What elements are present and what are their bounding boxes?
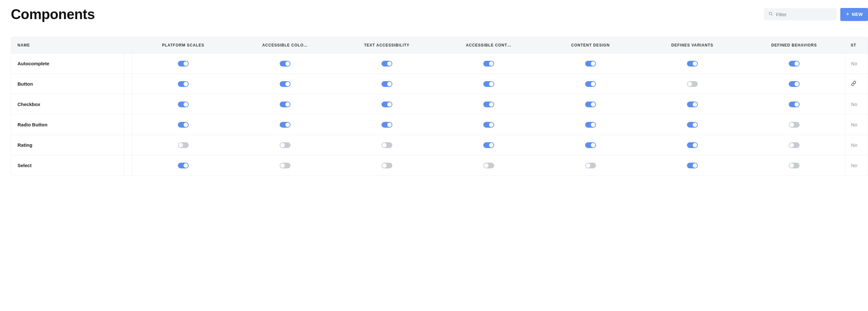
cell-content_design bbox=[540, 135, 642, 155]
cell-content_design bbox=[540, 94, 642, 114]
cell-accessible_color bbox=[234, 94, 336, 114]
table-row[interactable]: SelectNo bbox=[11, 155, 868, 176]
toggle-platform_scales[interactable] bbox=[178, 142, 189, 148]
cell-defined_behaviors bbox=[743, 135, 845, 155]
toggle-platform_scales[interactable] bbox=[178, 101, 189, 107]
table-row[interactable]: Radio ButtonNo bbox=[11, 114, 868, 135]
cell-platform_scales bbox=[132, 94, 234, 114]
cell-accessible_color bbox=[234, 135, 336, 155]
toggle-content_design[interactable] bbox=[585, 61, 596, 66]
table-row[interactable]: RatingNo bbox=[11, 135, 868, 155]
cell-accessible_color bbox=[234, 114, 336, 135]
filter-input[interactable] bbox=[776, 12, 837, 17]
col-accessible-content[interactable]: ACCESSIBLE CONT… bbox=[438, 37, 540, 54]
toggle-accessible_content[interactable] bbox=[483, 81, 494, 87]
cell-accessible_color bbox=[234, 73, 336, 94]
toggle-accessible_color[interactable] bbox=[280, 122, 290, 128]
toggle-content_design[interactable] bbox=[585, 142, 596, 148]
status-cell: No bbox=[845, 155, 868, 176]
toggle-text_accessibility[interactable] bbox=[381, 61, 392, 66]
drag-handle[interactable] bbox=[124, 54, 132, 73]
toggle-text_accessibility[interactable] bbox=[381, 163, 392, 168]
toggle-content_design[interactable] bbox=[585, 163, 596, 168]
toggle-accessible_color[interactable] bbox=[280, 142, 290, 148]
component-name[interactable]: Checkbox bbox=[11, 94, 124, 114]
toggle-defined_behaviors[interactable] bbox=[789, 142, 800, 148]
toggle-platform_scales[interactable] bbox=[178, 122, 189, 128]
cell-accessible_content bbox=[438, 135, 540, 155]
cell-accessible_content bbox=[438, 155, 540, 176]
new-button[interactable]: NEW bbox=[840, 8, 868, 21]
toggle-accessible_content[interactable] bbox=[483, 61, 494, 66]
components-table: NAME PLATFORM SCALES ACCESSIBLE COLO… TE… bbox=[11, 37, 868, 176]
toggle-accessible_content[interactable] bbox=[483, 142, 494, 148]
toggle-platform_scales[interactable] bbox=[178, 163, 189, 168]
col-defines-variants[interactable]: DEFINES VARIANTS bbox=[642, 37, 743, 54]
toggle-defined_behaviors[interactable] bbox=[789, 101, 800, 107]
table-row[interactable]: CheckboxNo bbox=[11, 94, 868, 114]
col-defined-behaviors[interactable]: DEFINED BEHAVIORS bbox=[743, 37, 845, 54]
col-platform-scales[interactable]: PLATFORM SCALES bbox=[132, 37, 234, 54]
toggle-defines_variants[interactable] bbox=[687, 61, 698, 66]
toggle-accessible_color[interactable] bbox=[280, 163, 290, 168]
svg-point-0 bbox=[769, 12, 772, 14]
toggle-defined_behaviors[interactable] bbox=[789, 122, 800, 128]
status-cell[interactable] bbox=[845, 73, 868, 94]
component-name[interactable]: Select bbox=[11, 155, 124, 176]
drag-handle[interactable] bbox=[124, 155, 132, 176]
col-status[interactable]: ST bbox=[845, 37, 868, 54]
toggle-text_accessibility[interactable] bbox=[381, 101, 392, 107]
cell-accessible_content bbox=[438, 54, 540, 73]
cell-platform_scales bbox=[132, 135, 234, 155]
search-icon bbox=[768, 11, 773, 17]
filter-box[interactable] bbox=[764, 8, 837, 20]
col-content-design[interactable]: CONTENT DESIGN bbox=[540, 37, 642, 54]
toggle-accessible_content[interactable] bbox=[483, 122, 494, 128]
col-text-accessibility[interactable]: TEXT ACCESSIBILITY bbox=[336, 37, 438, 54]
toggle-accessible_content[interactable] bbox=[483, 163, 494, 168]
cell-content_design bbox=[540, 155, 642, 176]
toggle-accessible_content[interactable] bbox=[483, 101, 494, 107]
col-accessible-color[interactable]: ACCESSIBLE COLO… bbox=[234, 37, 336, 54]
drag-handle[interactable] bbox=[124, 135, 132, 155]
cell-defined_behaviors bbox=[743, 155, 845, 176]
toggle-defined_behaviors[interactable] bbox=[789, 163, 800, 168]
toggle-platform_scales[interactable] bbox=[178, 61, 189, 66]
header-actions: NEW bbox=[764, 8, 868, 21]
drag-handle[interactable] bbox=[124, 73, 132, 94]
toggle-text_accessibility[interactable] bbox=[381, 81, 392, 87]
cell-text_accessibility bbox=[336, 155, 438, 176]
toggle-accessible_color[interactable] bbox=[280, 101, 290, 107]
toggle-content_design[interactable] bbox=[585, 101, 596, 107]
page-header: Components NEW bbox=[11, 6, 868, 22]
cell-content_design bbox=[540, 73, 642, 94]
toggle-defined_behaviors[interactable] bbox=[789, 61, 800, 66]
drag-handle[interactable] bbox=[124, 94, 132, 114]
component-name[interactable]: Radio Button bbox=[11, 114, 124, 135]
cell-accessible_color bbox=[234, 54, 336, 73]
toggle-text_accessibility[interactable] bbox=[381, 142, 392, 148]
toggle-platform_scales[interactable] bbox=[178, 81, 189, 87]
toggle-defines_variants[interactable] bbox=[687, 142, 698, 148]
component-name[interactable]: Rating bbox=[11, 135, 124, 155]
cell-platform_scales bbox=[132, 54, 234, 73]
toggle-defines_variants[interactable] bbox=[687, 101, 698, 107]
toggle-defines_variants[interactable] bbox=[687, 122, 698, 128]
table-row[interactable]: AutocompleteNo bbox=[11, 54, 868, 73]
toggle-content_design[interactable] bbox=[585, 122, 596, 128]
cell-defines_variants bbox=[642, 155, 743, 176]
toggle-accessible_color[interactable] bbox=[280, 81, 290, 87]
toggle-text_accessibility[interactable] bbox=[381, 122, 392, 128]
toggle-defined_behaviors[interactable] bbox=[789, 81, 800, 87]
component-name[interactable]: Button bbox=[11, 73, 124, 94]
toggle-defines_variants[interactable] bbox=[687, 163, 698, 168]
drag-handle[interactable] bbox=[124, 114, 132, 135]
cell-text_accessibility bbox=[336, 135, 438, 155]
col-name[interactable]: NAME bbox=[11, 37, 132, 54]
table-row[interactable]: Button bbox=[11, 73, 868, 94]
toggle-content_design[interactable] bbox=[585, 81, 596, 87]
toggle-accessible_color[interactable] bbox=[280, 61, 290, 66]
cell-content_design bbox=[540, 54, 642, 73]
component-name[interactable]: Autocomplete bbox=[11, 54, 124, 73]
toggle-defines_variants[interactable] bbox=[687, 81, 698, 87]
